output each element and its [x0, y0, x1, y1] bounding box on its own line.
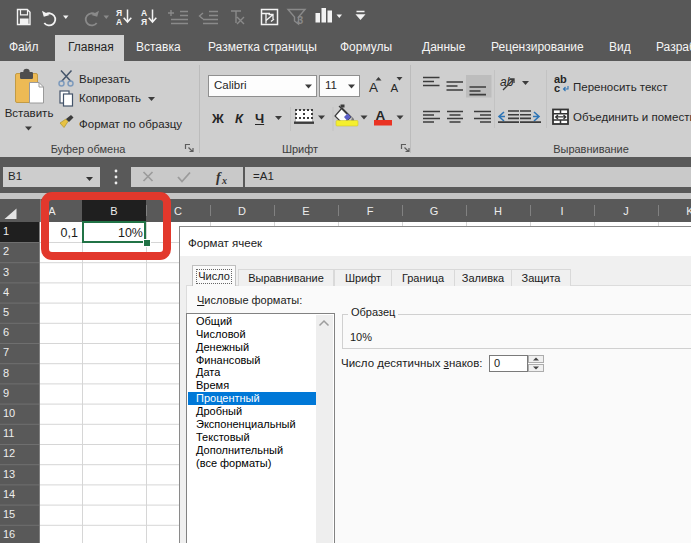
svg-text:c: c [554, 82, 560, 94]
svg-text:А: А [369, 80, 378, 95]
svg-text:А: А [116, 17, 122, 27]
svg-text:Я: Я [141, 17, 147, 27]
svg-text:З: З [297, 15, 303, 26]
svg-text:А: А [391, 82, 399, 94]
svg-text:x: x [221, 175, 227, 186]
